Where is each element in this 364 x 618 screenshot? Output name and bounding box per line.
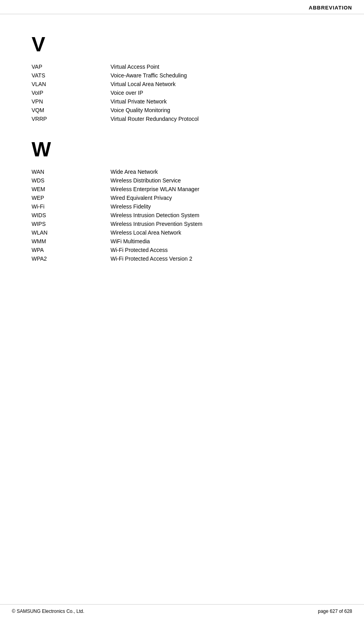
abbreviation-term: WAN bbox=[32, 167, 111, 176]
abbreviation-term: VRRP bbox=[32, 115, 111, 123]
page-info: page 627 of 628 bbox=[318, 609, 352, 614]
abbreviation-term: VAP bbox=[32, 62, 111, 71]
abbreviation-definition: Virtual Router Redundancy Protocol bbox=[111, 115, 340, 123]
abbreviation-definition: Virtual Local Area Network bbox=[111, 80, 340, 88]
abbreviation-definition: Virtual Access Point bbox=[111, 62, 340, 71]
abbreviation-term: WIPS bbox=[32, 220, 111, 228]
table-row: WEM Wireless Enterprise WLAN Manager bbox=[32, 185, 340, 193]
v-abbreviation-table: VAP Virtual Access Point VATS Voice-Awar… bbox=[32, 62, 340, 123]
section-letter-v: V bbox=[32, 34, 340, 54]
abbreviation-definition: Voice-Aware Traffic Scheduling bbox=[111, 71, 340, 80]
copyright-text: © SAMSUNG Electronics Co., Ltd. bbox=[12, 609, 84, 614]
table-row: VATS Voice-Aware Traffic Scheduling bbox=[32, 71, 340, 80]
table-row: VoIP Voice over IP bbox=[32, 88, 340, 97]
table-row: WIDS Wireless Intrusion Detection System bbox=[32, 211, 340, 220]
table-row: VAP Virtual Access Point bbox=[32, 62, 340, 71]
page-content: V VAP Virtual Access Point VATS Voice-Aw… bbox=[0, 14, 364, 302]
abbreviation-term: WDS bbox=[32, 176, 111, 185]
abbreviation-term: WPA2 bbox=[32, 254, 111, 263]
abbreviation-definition: Wireless Enterprise WLAN Manager bbox=[111, 185, 340, 193]
abbreviation-term: VPN bbox=[32, 97, 111, 106]
abbreviation-term: Wi-Fi bbox=[32, 202, 111, 211]
table-row: Wi-Fi Wireless Fidelity bbox=[32, 202, 340, 211]
table-row: WLAN Wireless Local Area Network bbox=[32, 228, 340, 237]
abbreviation-term: VoIP bbox=[32, 88, 111, 97]
abbreviation-term: WMM bbox=[32, 237, 111, 246]
abbreviation-term: WEP bbox=[32, 193, 111, 202]
abbreviation-definition: WiFi Multimedia bbox=[111, 237, 340, 246]
table-row: WAN Wide Area Network bbox=[32, 167, 340, 176]
page-header: ABBREVIATION bbox=[0, 0, 364, 14]
abbreviation-term: WEM bbox=[32, 185, 111, 193]
table-row: WIPS Wireless Intrusion Prevention Syste… bbox=[32, 220, 340, 228]
abbreviation-term: VATS bbox=[32, 71, 111, 80]
abbreviation-definition: Wide Area Network bbox=[111, 167, 340, 176]
abbreviation-definition: Voice Quality Monitoring bbox=[111, 106, 340, 115]
header-title: ABBREVIATION bbox=[309, 5, 352, 11]
abbreviation-definition: Wi-Fi Protected Access Version 2 bbox=[111, 254, 340, 263]
abbreviation-definition: Wired Equivalent Privacy bbox=[111, 193, 340, 202]
table-row: WPA2 Wi-Fi Protected Access Version 2 bbox=[32, 254, 340, 263]
table-row: WDS Wireless Distribution Service bbox=[32, 176, 340, 185]
section-v: V VAP Virtual Access Point VATS Voice-Aw… bbox=[32, 34, 340, 123]
abbreviation-term: WLAN bbox=[32, 228, 111, 237]
abbreviation-definition: Wireless Distribution Service bbox=[111, 176, 340, 185]
abbreviation-term: VQM bbox=[32, 106, 111, 115]
table-row: VRRP Virtual Router Redundancy Protocol bbox=[32, 115, 340, 123]
section-letter-w: W bbox=[32, 139, 340, 160]
abbreviation-definition: Wireless Local Area Network bbox=[111, 228, 340, 237]
table-row: WMM WiFi Multimedia bbox=[32, 237, 340, 246]
abbreviation-term: VLAN bbox=[32, 80, 111, 88]
table-row: VLAN Virtual Local Area Network bbox=[32, 80, 340, 88]
section-w: W WAN Wide Area Network WDS Wireless Dis… bbox=[32, 139, 340, 263]
table-row: VPN Virtual Private Network bbox=[32, 97, 340, 106]
table-row: WPA Wi-Fi Protected Access bbox=[32, 246, 340, 254]
page-footer: © SAMSUNG Electronics Co., Ltd. page 627… bbox=[0, 604, 364, 618]
abbreviation-definition: Wi-Fi Protected Access bbox=[111, 246, 340, 254]
w-abbreviation-table: WAN Wide Area Network WDS Wireless Distr… bbox=[32, 167, 340, 263]
table-row: WEP Wired Equivalent Privacy bbox=[32, 193, 340, 202]
abbreviation-definition: Wireless Intrusion Detection System bbox=[111, 211, 340, 220]
table-row: VQM Voice Quality Monitoring bbox=[32, 106, 340, 115]
abbreviation-definition: Wireless Intrusion Prevention System bbox=[111, 220, 340, 228]
abbreviation-term: WIDS bbox=[32, 211, 111, 220]
abbreviation-definition: Voice over IP bbox=[111, 88, 340, 97]
abbreviation-definition: Virtual Private Network bbox=[111, 97, 340, 106]
abbreviation-term: WPA bbox=[32, 246, 111, 254]
abbreviation-definition: Wireless Fidelity bbox=[111, 202, 340, 211]
